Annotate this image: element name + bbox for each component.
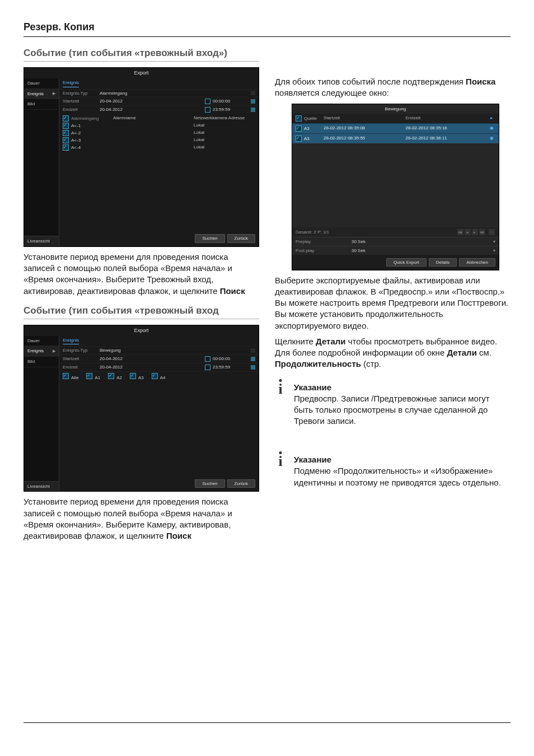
- event-type-select[interactable]: Alarmeingang: [97, 91, 251, 96]
- search-button[interactable]: Suchen: [195, 479, 224, 488]
- preplay-select[interactable]: 30 Sek: [352, 239, 493, 244]
- sidebar-item-dauer[interactable]: Dauer: [24, 78, 59, 89]
- end-time-input[interactable]: 23:59:59: [202, 107, 255, 113]
- checkbox-cam[interactable]: A2: [108, 373, 122, 381]
- results-panel: Bewegung Quelle Startzeit Endzeit ▸ A3 2…: [292, 104, 499, 270]
- sidebar-item-ereignis[interactable]: Ereignis ▶: [24, 89, 59, 100]
- info-icon: i: [275, 382, 286, 427]
- stepper-icon[interactable]: [251, 365, 255, 370]
- col-header: Netzwerkkamera Adresse: [194, 115, 255, 122]
- play-icon[interactable]: ◉: [488, 125, 495, 132]
- list-item[interactable]: A<-4Lokal: [63, 144, 255, 151]
- checkbox-cam[interactable]: A4: [152, 373, 166, 381]
- calendar-icon: [205, 107, 210, 113]
- table-row[interactable]: A3 28-02-2012 08:35:08 28-02-2012 08:35:…: [292, 123, 499, 133]
- start-time-input[interactable]: 00:00:00: [202, 356, 255, 362]
- field-label: Ereignis-Typ: [63, 348, 97, 353]
- back-button[interactable]: Zurück: [227, 234, 255, 243]
- sidebar-item-label: Ereignis: [27, 348, 44, 354]
- event-type-select[interactable]: Bewegung: [97, 348, 251, 353]
- sidebar-item-bild[interactable]: Bild: [24, 357, 59, 367]
- start-date-input[interactable]: 20-04-2012: [97, 356, 202, 362]
- page-first-icon[interactable]: ⏮: [457, 229, 463, 235]
- subtab-ereignis[interactable]: Ereignis: [63, 338, 79, 345]
- stepper-icon[interactable]: [251, 99, 255, 104]
- pagination-total: Gesamt: 2 P: 1/1: [296, 230, 329, 235]
- list-item[interactable]: A<-3Lokal: [63, 137, 255, 144]
- play-icon[interactable]: ◉: [488, 136, 495, 142]
- info-icon: i: [275, 455, 286, 488]
- end-time-input[interactable]: 23:59:59: [202, 365, 255, 370]
- cancel-button[interactable]: Abbrechen: [459, 258, 495, 267]
- table-row[interactable]: A3 28-02-2012 08:35:55 28-02-2012 08:36:…: [292, 133, 499, 143]
- quick-export-button[interactable]: Quick Export: [386, 258, 427, 267]
- calendar-icon: [205, 365, 210, 370]
- calendar-icon: [205, 356, 210, 362]
- right-paragraph-2: Щелкните Детали чтобы просмотреть выбран…: [275, 336, 510, 370]
- note-body: Подменю «Продолжительность» и «Изображен…: [294, 465, 510, 488]
- checkbox-all-cams[interactable]: Alle: [63, 373, 78, 381]
- section1-divider: [24, 61, 259, 62]
- sidebar-item-liveview[interactable]: Liveansicht: [24, 481, 59, 492]
- dropdown-icon[interactable]: [251, 91, 255, 95]
- page-go-icon[interactable]: →: [489, 229, 495, 235]
- section1-heading: Событие (тип события «тревожный вход»): [24, 47, 259, 59]
- checkbox[interactable]: [63, 144, 69, 151]
- col-header: Startzeit: [324, 115, 406, 122]
- page-next-icon[interactable]: ▸: [472, 229, 478, 235]
- stepper-icon[interactable]: [251, 108, 255, 112]
- section1-paragraph: Установите период времени для проведения…: [24, 251, 259, 297]
- stepper-icon[interactable]: [251, 357, 255, 361]
- section2-divider: [24, 319, 259, 319]
- sidebar-item-dauer[interactable]: Dauer: [24, 336, 59, 347]
- checkbox[interactable]: [63, 137, 69, 143]
- checkbox[interactable]: [63, 130, 69, 136]
- search-button[interactable]: Suchen: [195, 234, 224, 243]
- page-last-icon[interactable]: ⏭: [479, 229, 485, 235]
- export-panel-alarm: Export Dauer Ereignis ▶ Bild Liveansicht…: [24, 67, 259, 247]
- list-item[interactable]: A<-2Lokal: [63, 129, 255, 137]
- dropdown-icon[interactable]: ▾: [493, 239, 495, 244]
- details-button[interactable]: Details: [429, 258, 457, 267]
- back-button[interactable]: Zurück: [227, 479, 255, 488]
- checkbox[interactable]: [63, 123, 69, 129]
- field-label: Endzeit: [63, 107, 97, 113]
- col-header: Alarmname: [113, 115, 194, 122]
- checkbox-all[interactable]: [296, 115, 302, 122]
- field-label: Ereignis-Typ: [63, 91, 97, 96]
- footer-divider: [24, 722, 510, 723]
- panel-title: Export: [24, 325, 259, 336]
- export-panel-motion: Export Dauer Ereignis ▶ Bild Liveansicht…: [24, 325, 259, 492]
- checkbox-cam[interactable]: A1: [86, 373, 100, 381]
- calendar-icon: [205, 99, 210, 104]
- pagination[interactable]: ⏮◂▸⏭ →: [457, 229, 495, 235]
- note-title: Указание: [294, 455, 510, 464]
- start-date-input[interactable]: 20-04-2012: [97, 99, 202, 104]
- checkbox[interactable]: [296, 125, 302, 132]
- subtab-ereignis[interactable]: Ereignis: [63, 80, 79, 87]
- list-item[interactable]: A<-1Lokal: [63, 122, 255, 129]
- info-note-1: i Указание Предвоспр. Записи /Предтревож…: [275, 382, 510, 427]
- col-header: Quelle: [304, 116, 317, 121]
- field-label: Startzeit: [63, 99, 97, 104]
- section2-paragraph: Установите период времени для проведения…: [24, 496, 259, 542]
- sidebar-item-bild[interactable]: Bild: [24, 99, 59, 110]
- checkbox-all[interactable]: [63, 115, 69, 122]
- dropdown-icon[interactable]: ▾: [493, 248, 495, 253]
- sidebar-item-liveview[interactable]: Liveansicht: [24, 236, 59, 246]
- field-label: Post-play: [296, 248, 352, 253]
- end-date-input[interactable]: 20-04-2012: [97, 365, 202, 370]
- checkbox[interactable]: [296, 136, 302, 142]
- page-prev-icon[interactable]: ◂: [465, 229, 471, 235]
- panel-sidebar: Dauer Ereignis ▶ Bild Liveansicht: [24, 78, 59, 246]
- postplay-select[interactable]: 30 Sek: [352, 248, 493, 253]
- panel-sidebar: Dauer Ereignis ▶ Bild Liveansicht: [24, 336, 59, 491]
- col-header: Endzeit: [406, 115, 488, 122]
- right-paragraph-1: Выберите экспортируемые файлы, активиров…: [275, 275, 510, 332]
- sidebar-item-ereignis[interactable]: Ereignis ▶: [24, 346, 59, 357]
- start-time-input[interactable]: 00:00:00: [202, 99, 255, 104]
- panel-title: Export: [24, 68, 259, 78]
- dropdown-icon[interactable]: [251, 348, 255, 353]
- end-date-input[interactable]: 20-04-2012: [97, 107, 202, 113]
- checkbox-cam[interactable]: A3: [130, 373, 144, 381]
